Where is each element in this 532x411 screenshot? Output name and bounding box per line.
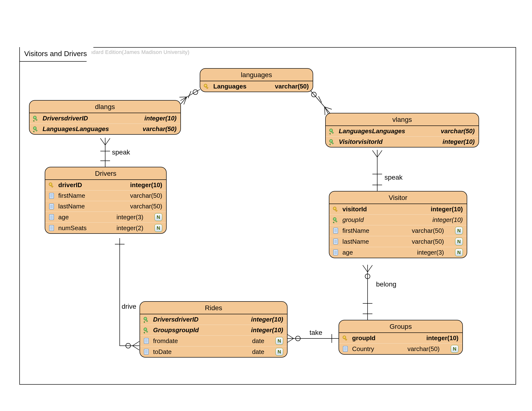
entity-row[interactable]: ageinteger(3)N — [45, 212, 166, 223]
entity-title: vlangs — [326, 113, 479, 126]
svg-rect-48 — [35, 129, 37, 131]
nullable-badge: N — [154, 213, 162, 221]
column-name: LanguagesLanguages — [43, 125, 109, 133]
diagram-canvas: Visual Paradigm for UML Standard Edition… — [0, 0, 532, 411]
nullable-badge: N — [276, 337, 283, 345]
entity-row[interactable]: GroupsgroupIdinteger(10) — [140, 325, 287, 336]
entity-row[interactable]: LanguagesLanguagesvarchar(50) — [326, 126, 479, 137]
column-type: varchar(50) — [441, 127, 475, 135]
foreign-key-icon — [32, 126, 39, 132]
entity-row[interactable]: DriversdriverIDinteger(10) — [140, 314, 287, 325]
column-name: lastName — [342, 238, 369, 245]
entity-rows: DriversdriverIDinteger(10) LanguagesLang… — [29, 113, 180, 134]
entity-row[interactable]: groupIdinteger(10) — [339, 333, 462, 344]
entity-vlangs[interactable]: vlangs LanguagesLanguagesvarchar(50) Vis… — [325, 113, 479, 148]
column-type: varchar(50) — [412, 227, 444, 234]
column-type: integer(10) — [443, 138, 475, 146]
entity-row[interactable]: Countryvarchar(50)N — [339, 344, 462, 354]
entity-rows: groupIdinteger(10) Countryvarchar(50)N — [339, 333, 462, 354]
nullable-badge: N — [451, 345, 458, 353]
foreign-key-icon — [332, 217, 339, 223]
diagram-title-tab: Visitors and Drivers — [19, 47, 94, 62]
entity-row[interactable]: DriversdriverIDinteger(10) — [29, 113, 180, 124]
column-name: lastName — [58, 203, 85, 210]
entity-rows: DriversdriverIDinteger(10) GroupsgroupId… — [140, 314, 287, 357]
rel-label-belong: belong — [376, 280, 396, 288]
nullable-badge: N — [455, 227, 463, 234]
column-name: age — [342, 249, 353, 256]
svg-rect-76 — [335, 220, 337, 222]
column-type: varchar(50) — [275, 83, 309, 90]
column-name: firstName — [58, 192, 85, 199]
column-icon — [48, 203, 55, 210]
column-type: varchar(50) — [408, 345, 440, 353]
entity-title: Visitor — [329, 191, 467, 204]
foreign-key-icon — [329, 128, 335, 135]
column-name: driverID — [58, 181, 82, 189]
entity-row[interactable]: visitorIdinteger(10) — [329, 204, 467, 215]
entity-row[interactable]: VisitorvisitorIdinteger(10) — [326, 137, 479, 147]
nullable-badge: N — [455, 249, 463, 256]
column-type: varchar(50) — [130, 203, 162, 210]
nullable-badge: N — [154, 224, 162, 232]
column-name: Country — [352, 345, 374, 353]
svg-rect-46 — [35, 118, 37, 121]
column-type: date — [252, 348, 264, 356]
column-name: numSeats — [58, 224, 86, 232]
column-type: integer(3) — [116, 214, 143, 221]
entity-languages[interactable]: languages Languagesvarchar(50) — [200, 68, 313, 92]
column-name: GroupsgroupId — [153, 326, 199, 334]
column-type: integer(2) — [116, 224, 143, 232]
entity-rows: Languagesvarchar(50) — [200, 81, 313, 92]
entity-row[interactable]: ageinteger(3)N — [329, 247, 467, 258]
entity-rides[interactable]: Rides DriversdriverIDinteger(10) Groupsg… — [140, 301, 287, 358]
foreign-key-icon — [329, 139, 335, 145]
column-name: DriversdriverID — [43, 115, 88, 122]
foreign-key-icon — [143, 316, 150, 323]
entity-row[interactable]: numSeatsinteger(2)N — [45, 223, 166, 233]
rel-label-speak-right: speak — [384, 174, 403, 181]
column-type: integer(10) — [130, 181, 162, 189]
entity-visitor[interactable]: Visitor visitorIdinteger(10) groupIdinte… — [329, 191, 467, 258]
primary-key-icon — [48, 182, 55, 188]
column-type: integer(3) — [417, 249, 444, 256]
column-name: age — [58, 214, 69, 221]
entity-row[interactable]: groupIdinteger(10) — [329, 215, 467, 225]
column-icon — [332, 249, 339, 256]
column-name: firstName — [342, 227, 369, 234]
primary-key-icon — [203, 83, 210, 90]
entity-row[interactable]: lastNamevarchar(50)N — [329, 236, 467, 247]
entity-drivers[interactable]: Drivers driverIDinteger(10) firstNamevar… — [45, 167, 167, 234]
entity-title: Groups — [339, 320, 462, 333]
column-type: integer(10) — [144, 115, 177, 122]
column-name: groupId — [342, 216, 364, 224]
entity-dlangs[interactable]: dlangs DriversdriverIDinteger(10) Langua… — [29, 100, 181, 135]
entity-rows: driverIDinteger(10) firstNamevarchar(50)… — [45, 180, 166, 233]
primary-key-icon — [342, 335, 349, 342]
entity-row[interactable]: toDatedateN — [140, 346, 287, 357]
column-icon — [143, 348, 150, 355]
svg-rect-50 — [331, 131, 333, 133]
entity-row[interactable]: firstNamevarchar(50)N — [329, 225, 467, 236]
svg-rect-52 — [331, 142, 333, 144]
column-type: integer(10) — [431, 206, 463, 213]
diagram-title: Visitors and Drivers — [24, 50, 87, 57]
entity-row[interactable]: lastNamevarchar(50) — [45, 201, 166, 212]
entity-row[interactable]: Languagesvarchar(50) — [200, 81, 313, 92]
column-icon — [48, 224, 55, 231]
entity-rows: visitorIdinteger(10) groupIdinteger(10) … — [329, 204, 467, 258]
primary-key-icon — [332, 206, 339, 213]
entity-groups[interactable]: Groups groupIdinteger(10) Countryvarchar… — [339, 320, 463, 355]
column-type: integer(10) — [426, 334, 458, 342]
entity-row[interactable]: firstNamevarchar(50) — [45, 190, 166, 201]
entity-title: Rides — [140, 302, 287, 314]
foreign-key-icon — [143, 327, 150, 334]
nullable-badge: N — [455, 238, 463, 245]
column-name: fromdate — [153, 337, 178, 345]
column-icon — [332, 227, 339, 234]
column-name: Languages — [213, 83, 247, 90]
entity-row[interactable]: LanguagesLanguagesvarchar(50) — [29, 124, 180, 134]
svg-rect-92 — [145, 330, 148, 332]
entity-row[interactable]: fromdatedateN — [140, 336, 287, 346]
entity-row[interactable]: driverIDinteger(10) — [45, 180, 166, 190]
